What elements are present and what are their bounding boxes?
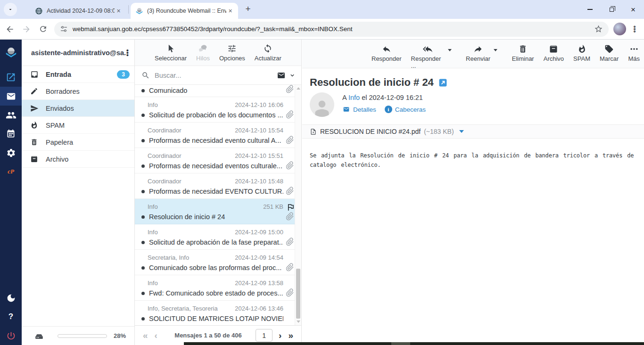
window-minimize-button[interactable] <box>579 0 601 19</box>
trash-icon <box>518 44 528 54</box>
dark-mode-moon-icon[interactable] <box>0 288 22 307</box>
search-input[interactable] <box>155 72 276 79</box>
archive-button[interactable]: Archivo <box>539 43 568 63</box>
tab-close-icon[interactable]: × <box>226 7 234 15</box>
browser-tab-roundcube[interactable]: (3) Roundcube Webmail :: Envia × <box>131 3 238 19</box>
mail-nav-button[interactable] <box>0 87 22 106</box>
unread-dot <box>141 215 145 219</box>
refresh-button[interactable]: Actualizar <box>251 43 285 63</box>
message-list-panel: Seleccionar Hilos Opciones Actualizar <box>135 40 302 345</box>
envelope-icon <box>276 71 286 80</box>
reply-button[interactable]: Responder <box>367 43 406 63</box>
threads-label: Hilos <box>196 55 210 62</box>
scroll-up-icon[interactable] <box>297 87 300 90</box>
list-item[interactable]: Coordinador2024-12-10 15:54 Proformas de… <box>135 123 295 148</box>
sidebar-item-papelera[interactable]: Papelera <box>22 134 134 151</box>
contacts-nav-button[interactable] <box>0 106 22 124</box>
sidebar-item-enviados[interactable]: Enviados <box>22 100 134 117</box>
list-item[interactable]: Coordinador2024-12-10 15:48 Proformas de… <box>135 173 295 199</box>
spam-button[interactable]: SPAM <box>569 43 594 63</box>
quota-bar <box>58 334 107 338</box>
calendar-nav-button[interactable] <box>0 124 22 143</box>
folder-label: Entrada <box>46 71 71 78</box>
url-text[interactable]: webmail.sanjuan.gob.ec/cpsess6773850452/… <box>73 25 594 33</box>
sidebar-item-spam[interactable]: SPAM <box>22 117 134 134</box>
sidebar-item-borradores[interactable]: Borradores <box>22 83 134 100</box>
recipient-link[interactable]: Info <box>348 94 360 101</box>
sidebar-item-entrada[interactable]: Entrada 3 <box>22 66 134 83</box>
prev-page-button[interactable]: ‹ <box>151 330 161 341</box>
reload-button[interactable] <box>36 23 50 36</box>
next-page-button[interactable]: › <box>275 330 285 341</box>
window-restore-button[interactable] <box>601 0 622 19</box>
message-date-text: el 2024-12-09 16:21 <box>362 94 423 101</box>
url-bar[interactable]: webmail.sanjuan.gob.ec/cpsess6773850452/… <box>54 22 609 37</box>
first-page-button[interactable]: « <box>140 330 151 341</box>
window-close-button[interactable]: × <box>622 0 644 19</box>
attachment-paperclip-icon <box>286 263 294 271</box>
search-scope-button[interactable] <box>276 71 296 80</box>
tab-title: Actividad 2024-12-09 08:00:00 <box>47 8 115 14</box>
quota-percent: 28% <box>114 332 126 339</box>
attachment-name[interactable]: RESOLUCION DE INICIO #24.pdf <box>320 128 421 135</box>
select-button[interactable]: Seleccionar <box>151 43 190 63</box>
reply-all-label: Responder ... <box>411 55 445 69</box>
tab-search-chevron-icon[interactable] <box>4 3 17 16</box>
list-item[interactable]: Secretaria, Info2024-12-09 14:54 Comunic… <box>135 250 295 275</box>
folder-label: Enviados <box>46 105 74 112</box>
headers-toggle[interactable]: i Cabeceras <box>385 106 426 113</box>
settings-nav-button[interactable] <box>0 143 22 162</box>
pdf-file-icon <box>310 128 317 136</box>
list-item[interactable]: Info2024-12-09 15:00 Solicitud de aproba… <box>135 224 295 250</box>
last-page-button[interactable]: » <box>285 330 297 341</box>
message-sender: Info <box>148 101 235 108</box>
mark-button[interactable]: Marcar <box>595 43 623 63</box>
app-sidebar-rail: cP ? <box>0 40 22 345</box>
sidebar-item-archivo[interactable]: Archivo <box>22 151 134 168</box>
page-input[interactable] <box>256 329 272 342</box>
list-item[interactable]: Comunicado <box>135 85 295 97</box>
options-button[interactable]: Opciones <box>216 43 248 63</box>
threads-button[interactable]: Hilos <box>193 43 213 63</box>
compose-button[interactable] <box>0 68 22 87</box>
message-sender: Secretaria, Info <box>148 254 235 261</box>
list-scrollbar[interactable] <box>295 85 301 325</box>
forward-button[interactable]: Reenviar <box>462 43 495 63</box>
new-tab-button[interactable]: + <box>242 3 254 16</box>
unread-dot <box>141 164 145 168</box>
open-in-new-window-icon[interactable] <box>438 78 447 87</box>
list-item-selected[interactable]: Info251 KB Resolucion de inicio # 24 <box>135 199 295 224</box>
refresh-icon <box>263 44 272 53</box>
attachment-menu-caret-icon[interactable] <box>459 130 464 133</box>
browser-menu-icon[interactable]: ••• <box>631 25 638 33</box>
reply-all-caret-icon[interactable] <box>448 49 452 51</box>
tab-close-icon[interactable]: × <box>115 7 123 15</box>
browser-profile-avatar[interactable] <box>613 23 626 35</box>
browser-tab-activity[interactable]: Actividad 2024-12-09 08:00:00 × <box>30 3 126 19</box>
bookmark-star-icon[interactable] <box>594 25 603 33</box>
scrollbar-thumb[interactable] <box>296 269 300 319</box>
back-button[interactable] <box>3 23 17 36</box>
attachment-paperclip-icon <box>286 110 294 119</box>
list-item[interactable]: Info2024-12-10 16:06 Solicitud de probac… <box>135 97 295 123</box>
list-item[interactable]: Info2024-12-09 13:58 Fwd: Comunicado sob… <box>135 275 295 301</box>
help-button[interactable]: ? <box>0 307 22 326</box>
cpanel-nav-button[interactable]: cP <box>0 162 22 181</box>
more-button[interactable]: Más <box>624 43 644 63</box>
unread-dot <box>141 241 145 244</box>
flag-icon[interactable] <box>286 203 295 212</box>
account-menu-icon[interactable]: ••• <box>126 49 129 56</box>
message-date: 2024-12-10 15:48 <box>235 178 283 185</box>
delete-button[interactable]: Eliminar <box>508 43 538 63</box>
account-header: asistente-administrativo@sa... ••• <box>22 40 134 66</box>
forward-caret-icon[interactable] <box>494 49 497 51</box>
list-item[interactable]: Info, Secretaria, Tesoreria2024-12-06 13… <box>135 301 295 325</box>
details-toggle[interactable]: Detalles <box>342 106 376 113</box>
site-settings-icon[interactable] <box>60 25 68 33</box>
list-item[interactable]: Coordinador2024-12-10 15:51 Proformas de… <box>135 148 295 173</box>
forward-button[interactable] <box>20 23 33 36</box>
logout-power-button[interactable] <box>0 326 22 345</box>
attachment-row[interactable]: RESOLUCION DE INICIO #24.pdf (~183 KB) <box>302 124 644 139</box>
scroll-down-icon[interactable] <box>297 320 300 323</box>
reply-all-button[interactable]: Responder ... <box>407 43 449 70</box>
